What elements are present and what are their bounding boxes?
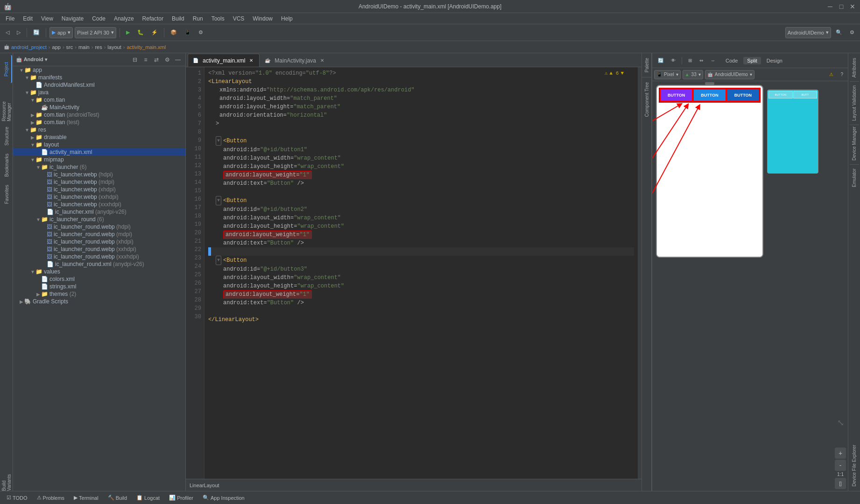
todo-tab[interactable]: ☑ TODO — [3, 494, 31, 502]
menu-edit[interactable]: Edit — [19, 14, 36, 23]
menu-file[interactable]: File — [2, 14, 18, 23]
preview-sep2[interactable]: ↔ — [708, 55, 718, 67]
logcat-tab[interactable]: 📋 Logcat — [133, 494, 163, 502]
tree-item-ic-launcher-xml[interactable]: 📄 ic_launcher.xml (anydpi-v26) — [13, 208, 185, 216]
profile-button[interactable]: ⚡ — [148, 27, 161, 39]
tree-item-java[interactable]: ▼ 📁 java — [13, 89, 185, 96]
tree-item-ic-launcher-round-xhdpi[interactable]: 🖼 ic_launcher_round.webp (xhdpi) — [13, 238, 185, 245]
structure-btn[interactable]: Structure — [1, 122, 12, 150]
sdk-button[interactable]: 📦 — [168, 27, 180, 39]
expand-all-icon[interactable]: ≡ — [141, 55, 150, 64]
profiler-tab[interactable]: 📊 Profiler — [165, 494, 197, 502]
preview-eye-btn[interactable]: 👁 — [668, 55, 678, 67]
favorites-btn[interactable]: Favorites — [1, 180, 12, 208]
breadcrumb-res[interactable]: res — [95, 44, 102, 50]
preview-refresh-btn[interactable]: 🔄 — [655, 55, 666, 67]
tree-item-mipmap[interactable]: ▼ 📁 mipmap — [13, 156, 185, 163]
tree-item-ic-launcher-xxhdpi[interactable]: 🖼 ic_launcher.webp (xxhdpi) — [13, 193, 185, 201]
layout-validation-btn[interactable]: Layout Validation — [852, 83, 857, 124]
attributes-panel-btn[interactable]: Attributes — [852, 55, 857, 80]
menu-run[interactable]: Run — [189, 14, 207, 23]
maximize-button[interactable]: □ — [838, 3, 845, 10]
tree-item-ic-launcher-mdpi[interactable]: 🖼 ic_launcher.webp (mdpi) — [13, 178, 185, 186]
zoom-out-button[interactable]: - — [835, 460, 846, 471]
split-view-tab[interactable]: Split — [743, 57, 761, 64]
tab-activity-main-close[interactable]: ✕ — [248, 57, 254, 64]
tree-item-activity-main[interactable]: 📄 activity_main.xml — [13, 148, 185, 156]
menu-tools[interactable]: Tools — [208, 14, 228, 23]
sync-button[interactable]: 🔄 — [30, 27, 42, 39]
tree-item-manifests[interactable]: ▼ 📁 manifests — [13, 74, 185, 81]
tree-item-ic-launcher-round-xxhdpi[interactable]: 🖼 ic_launcher_round.webp (xxhdpi) — [13, 245, 185, 253]
menu-code[interactable]: Code — [88, 14, 109, 23]
menu-view[interactable]: View — [37, 14, 57, 23]
code-content[interactable]: ⚠ ▲ 6 ▼ <?xml version="1.0" encoding="ut… — [204, 67, 638, 479]
code-view-tab[interactable]: Code — [722, 57, 741, 64]
tree-item-layout[interactable]: ▼ 📁 layout — [13, 141, 185, 148]
tree-item-ic-launcher-round-hdpi[interactable]: 🖼 ic_launcher_round.webp (hdpi) — [13, 223, 185, 231]
tree-item-gradle-scripts[interactable]: ▶ 🐘 Gradle Scripts — [13, 298, 185, 305]
tree-item-app[interactable]: ▼ 📁 app — [13, 66, 185, 74]
preview-warning-btn[interactable]: ⚠ — [826, 69, 836, 81]
tree-item-ic-launcher-round-mdpi[interactable]: 🖼 ic_launcher_round.webp (mdpi) — [13, 231, 185, 238]
fold-icon-23[interactable]: ▼ — [216, 256, 221, 265]
editor-scrollbar[interactable] — [638, 67, 641, 479]
breadcrumb-main[interactable]: main — [78, 44, 90, 50]
run-config-dropdown[interactable]: ▶ app ▾ — [49, 27, 73, 38]
preview-fit-btn[interactable]: ⇔ — [697, 55, 706, 67]
tree-item-ic-launcher[interactable]: ▼ 📁 ic_launcher (6) — [13, 163, 185, 171]
breadcrumb-activity-main[interactable]: activity_main.xml — [127, 44, 166, 50]
settings-icon[interactable]: ⚙ — [162, 55, 172, 64]
tree-item-androidmanifest[interactable]: 📄 AndroidManifest.xml — [13, 81, 185, 89]
tree-item-androidtest[interactable]: ▶ 📁 com.tian (androidTest) — [13, 111, 185, 119]
fold-icon-9[interactable]: ▼ — [216, 136, 221, 146]
preview-help-btn[interactable]: ? — [838, 69, 846, 81]
breadcrumb-app[interactable]: app — [52, 44, 61, 50]
bookmarks-btn[interactable]: Bookmarks — [1, 151, 12, 179]
tree-item-ic-launcher-round-xxxhdpi[interactable]: 🖼 ic_launcher_round.webp (xxxhdpi) — [13, 253, 185, 260]
app-inspection-tab[interactable]: 🔍 App Inspection — [199, 494, 248, 502]
nav-back-button[interactable]: ◁ — [3, 27, 12, 39]
build-variants-btn[interactable]: Build Variants — [1, 463, 12, 491]
preview-api-dropdown[interactable]: ▲ 33 ▾ — [683, 70, 703, 79]
close-panel-icon[interactable]: — — [173, 55, 183, 64]
sync-icon[interactable]: ⇄ — [152, 55, 161, 64]
terminal-tab[interactable]: ▶ Terminal — [70, 494, 102, 502]
design-view-tab[interactable]: Design — [763, 57, 786, 64]
preview-device-dropdown[interactable]: 📱 Pixel ▾ — [654, 70, 681, 79]
palette-label[interactable]: Palette — [644, 55, 649, 75]
breadcrumb-src[interactable]: src — [66, 44, 73, 50]
warning-expand-icon[interactable]: ▼ — [620, 69, 624, 77]
menu-help[interactable]: Help — [277, 14, 296, 23]
minimize-button[interactable]: ─ — [826, 3, 834, 10]
tree-item-mainactivity[interactable]: ☕ MainActivity — [13, 104, 185, 111]
breadcrumb-android-project[interactable]: android_project — [11, 44, 47, 50]
debug-button[interactable]: 🐛 — [134, 27, 147, 39]
project-dropdown[interactable]: AndroidUIDemo ▾ — [785, 27, 831, 38]
tree-item-ic-launcher-round[interactable]: ▼ 📁 ic_launcher_round (6) — [13, 216, 185, 223]
tab-mainactivity-close[interactable]: ✕ — [319, 57, 325, 64]
close-button[interactable]: ✕ — [849, 3, 856, 10]
code-editor[interactable]: 12345 678910 1112131415 1617181920 21222… — [186, 67, 641, 479]
tree-item-values[interactable]: ▼ 📁 values — [13, 268, 185, 275]
device-dropdown[interactable]: Pixel 2 API 30 ▾ — [75, 27, 116, 38]
tree-item-ic-launcher-xxxhdpi[interactable]: 🖼 ic_launcher.webp (xxxhdpi) — [13, 201, 185, 208]
menu-vcs[interactable]: VCS — [229, 14, 248, 23]
tree-item-res[interactable]: ▼ 📁 res — [13, 126, 185, 133]
preview-expand-btn[interactable]: ⊞ — [685, 55, 695, 67]
search-button[interactable]: 🔍 — [833, 27, 845, 39]
problems-tab[interactable]: ⚠ Problems — [33, 494, 68, 502]
tree-item-ic-launcher-hdpi[interactable]: 🖼 ic_launcher.webp (hdpi) — [13, 171, 185, 178]
tree-item-test[interactable]: ▶ 📁 com.tian (test) — [13, 119, 185, 126]
tree-item-com-tian[interactable]: ▼ 📁 com.tian — [13, 96, 185, 104]
settings-button[interactable]: ⚙ — [196, 27, 206, 39]
nav-forward-button[interactable]: ▷ — [14, 27, 23, 39]
menu-window[interactable]: Window — [249, 14, 276, 23]
fold-icon-16[interactable]: ▼ — [216, 196, 221, 205]
tree-item-strings[interactable]: 📄 strings.xml — [13, 283, 185, 290]
tree-item-ic-launcher-round-xml[interactable]: 📄 ic_launcher_round.xml (anydpi-v26) — [13, 260, 185, 268]
menu-navigate[interactable]: Navigate — [58, 14, 87, 23]
tree-item-ic-launcher-xhdpi[interactable]: 🖼 ic_launcher.webp (xhdpi) — [13, 186, 185, 193]
device-manager-btn[interactable]: Device Manager — [852, 126, 857, 163]
preview-project-dropdown[interactable]: 🤖 AndroidUIDemo ▾ — [705, 70, 754, 79]
